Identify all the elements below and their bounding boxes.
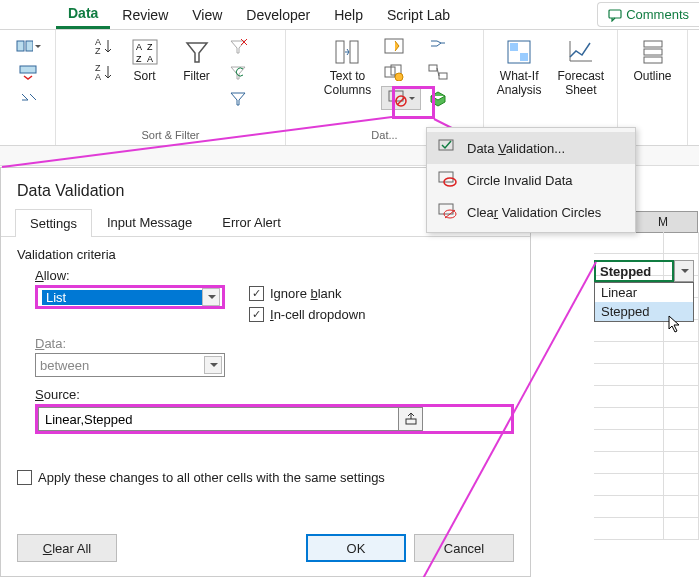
ribbon-tabs: Data Review View Developer Help Script L…	[0, 0, 699, 30]
range-select-icon	[404, 412, 418, 426]
svg-rect-15	[385, 39, 403, 53]
svg-rect-13	[336, 41, 344, 63]
allow-label: Allow:	[35, 268, 225, 283]
text-to-columns-button[interactable]: Text to Columns	[318, 34, 377, 100]
sort-button[interactable]: AZZA Sort	[121, 34, 169, 86]
comments-button[interactable]: Comments	[597, 2, 699, 27]
svg-rect-29	[644, 57, 662, 63]
callout-box-ribbon	[392, 86, 435, 119]
range-picker-button[interactable]	[398, 408, 422, 430]
apply-all-checkbox[interactable]: Apply these changes to all other cells w…	[17, 470, 514, 485]
chevron-down-icon	[204, 356, 222, 374]
svg-text:A: A	[147, 54, 153, 64]
incell-dropdown-checkbox[interactable]: ✓In-cell dropdown	[249, 307, 365, 322]
clear-circles-icon	[437, 202, 457, 220]
ribbon-tab-developer[interactable]: Developer	[234, 2, 322, 28]
forecast-sheet-button[interactable]: Forecast Sheet	[552, 34, 611, 100]
column-header-m[interactable]: M	[628, 211, 698, 233]
sort-asc-icon[interactable]: AZ	[91, 34, 117, 58]
svg-rect-31	[439, 172, 453, 182]
svg-rect-1	[17, 41, 24, 51]
ribbon-tab-review[interactable]: Review	[110, 2, 180, 28]
ribbon-misc-icon[interactable]	[15, 34, 41, 58]
ribbon-tab-view[interactable]: View	[180, 2, 234, 28]
data-validation-icon	[437, 138, 457, 156]
advanced-filter-icon[interactable]	[225, 86, 251, 110]
group-label-sortfilter: Sort & Filter	[141, 129, 199, 143]
svg-point-18	[395, 73, 403, 81]
tab-settings[interactable]: Settings	[15, 209, 92, 237]
allow-select[interactable]: List	[35, 285, 225, 309]
what-if-button[interactable]: What-If Analysis	[491, 34, 548, 100]
svg-text:Z: Z	[147, 42, 153, 52]
svg-text:Z: Z	[136, 54, 142, 64]
svg-rect-22	[429, 65, 437, 71]
svg-rect-27	[644, 41, 662, 47]
filter-button[interactable]: Filter	[173, 34, 221, 86]
svg-text:A: A	[136, 42, 142, 52]
comments-label: Comments	[626, 7, 689, 22]
tab-input-message[interactable]: Input Message	[92, 208, 207, 236]
relationships-icon[interactable]	[425, 60, 451, 84]
svg-rect-25	[510, 43, 518, 51]
cursor-icon	[668, 315, 682, 333]
cancel-button[interactable]: Cancel	[414, 534, 514, 562]
circle-invalid-icon	[437, 170, 457, 188]
outline-button[interactable]: Outline	[627, 34, 677, 86]
validation-criteria-label: Validation criteria	[17, 247, 514, 262]
list-item[interactable]: Linear	[595, 283, 693, 302]
svg-rect-3	[20, 66, 36, 73]
menu-item-clear-circles[interactable]: Clear Validation Circles	[427, 196, 635, 228]
ignore-blank-checkbox[interactable]: ✓Ignore blank	[249, 286, 365, 301]
ribbon-tab-scriptlab[interactable]: Script Lab	[375, 2, 462, 28]
flash-fill-icon[interactable]	[381, 34, 407, 58]
callout-box-source	[35, 404, 514, 434]
ribbon-misc3-icon[interactable]	[15, 86, 41, 110]
comment-icon	[608, 8, 622, 22]
menu-item-data-validation[interactable]: Data Validation...	[427, 132, 635, 164]
svg-rect-33	[439, 204, 453, 214]
active-cell[interactable]: Stepped	[594, 260, 674, 282]
data-validation-menu: Data Validation... Circle Invalid Data C…	[426, 127, 636, 233]
group-label-datatools: Dat...	[371, 129, 397, 143]
tab-error-alert[interactable]: Error Alert	[207, 208, 296, 236]
svg-rect-14	[350, 41, 358, 63]
data-label: Data:	[35, 336, 514, 351]
reapply-filter-icon[interactable]	[225, 60, 251, 84]
clear-all-button[interactable]: Clear All	[17, 534, 117, 562]
svg-rect-26	[520, 53, 528, 61]
svg-text:A: A	[95, 72, 101, 82]
ribbon-misc2-icon[interactable]	[15, 60, 41, 84]
svg-rect-0	[609, 10, 621, 18]
clear-filter-icon[interactable]	[225, 34, 251, 58]
ok-button[interactable]: OK	[306, 534, 406, 562]
svg-rect-28	[644, 49, 662, 55]
source-input[interactable]	[39, 408, 398, 430]
svg-rect-2	[26, 41, 33, 51]
data-select: between	[35, 353, 225, 377]
sort-desc-icon[interactable]: ZA	[91, 60, 117, 84]
consolidate-icon[interactable]	[425, 34, 451, 58]
cell-dropdown-button[interactable]	[674, 260, 694, 282]
svg-rect-23	[439, 73, 447, 79]
text-to-columns-label: Text to Columns	[324, 70, 371, 98]
ribbon-tab-data[interactable]: Data	[56, 0, 110, 29]
ribbon-tab-help[interactable]: Help	[322, 2, 375, 28]
chevron-down-icon	[202, 288, 220, 306]
svg-text:Z: Z	[95, 46, 101, 56]
source-label: Source:	[35, 387, 514, 402]
menu-item-circle-invalid[interactable]: Circle Invalid Data	[427, 164, 635, 196]
remove-duplicates-icon[interactable]	[381, 60, 407, 84]
svg-rect-36	[406, 419, 416, 424]
